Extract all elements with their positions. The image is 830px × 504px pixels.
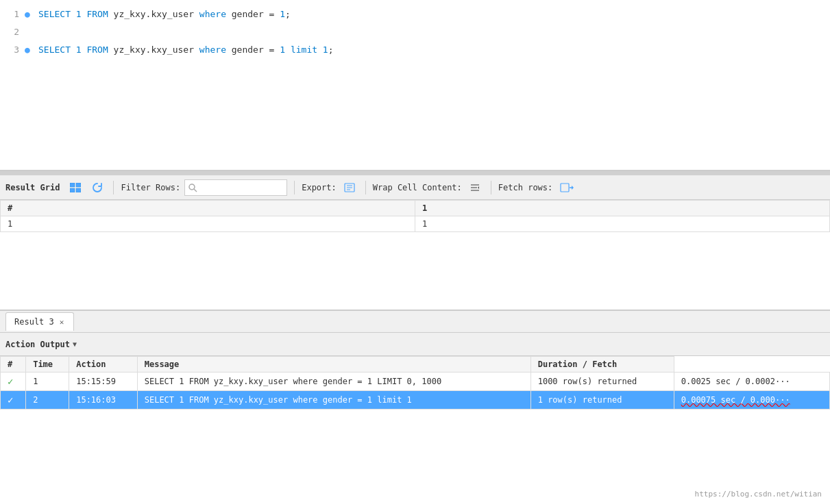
col-header-1: 1 [415,201,830,216]
table-row[interactable]: 11 [1,216,830,232]
result-grid-toolbar: Result Grid Filter Rows: Export: [0,175,830,200]
status-cell: ✓ [1,391,26,410]
sql-editor[interactable]: 1●SELECT 1 FROM yz_kxy.kxy_user where ge… [0,0,830,171]
bottom-section: Result 3 ✕ Action Output ▼ #TimeActionMe… [0,310,830,504]
action-row-time: 15:16:03 [69,391,138,410]
tabs-bar: Result 3 ✕ [0,310,830,333]
sql-line: 2 [0,23,830,41]
sql-code: SELECT 1 FROM yz_kxy.kxy_user where gend… [38,7,825,22]
svg-rect-13 [561,184,569,192]
filter-rows-input[interactable] [184,179,287,196]
status-cell: ✓ [1,373,26,391]
result-grid-icon-btn[interactable] [66,181,84,194]
action-col-header: # [1,357,26,373]
toolbar-sep-2 [294,181,295,194]
action-output-label: Action Output [5,340,70,349]
svg-rect-3 [76,188,81,192]
sql-line: 1●SELECT 1 FROM yz_kxy.kxy_user where ge… [0,5,830,23]
status-icon: ✓ [8,394,13,405]
action-row-action: SELECT 1 FROM yz_kxy.kxy_user where gend… [137,373,530,391]
col-header-hash: # [1,201,415,216]
result-table: # 1 11 [0,200,830,232]
action-row-num: 2 [26,391,69,410]
action-table-row[interactable]: ✓215:16:03SELECT 1 FROM yz_kxy.kxy_user … [1,391,830,410]
action-col-header: Action [69,357,138,373]
action-col-header: Time [26,357,69,373]
wrap-label: Wrap Cell Content: [373,183,462,192]
fetch-rows-label: Fetch rows: [498,183,552,192]
svg-rect-2 [70,188,75,192]
action-row-duration: 0.0025 sec / 0.0002··· [674,373,829,391]
table-cell: 1 [1,216,415,232]
table-cell: 1 [415,216,830,232]
action-table: #TimeActionMessageDuration / Fetch ✓115:… [0,356,830,410]
tab-result3[interactable]: Result 3 ✕ [5,312,74,331]
action-col-header: Duration / Fetch [530,357,674,373]
result-refresh-btn[interactable] [88,180,106,195]
action-table-container[interactable]: #TimeActionMessageDuration / Fetch ✓115:… [0,356,830,504]
action-row-message: 1 row(s) returned [530,391,674,410]
action-row-action: SELECT 1 FROM yz_kxy.kxy_user where gend… [137,391,530,410]
action-row-time: 15:15:59 [69,373,138,391]
export-btn[interactable] [341,181,358,194]
line-dot: ● [25,7,33,22]
filter-rows-label: Filter Rows: [121,183,180,192]
toolbar-sep-4 [491,181,491,194]
svg-rect-1 [76,183,81,187]
action-row-duration: 0.00075 sec / 0.000··· [674,391,829,410]
toolbar-sep-3 [365,181,366,194]
toolbar-sep-1 [113,181,114,194]
sql-code: SELECT 1 FROM yz_kxy.kxy_user where gend… [38,42,825,58]
line-dot: ● [25,42,33,58]
tab-result3-close[interactable]: ✕ [58,318,66,327]
svg-rect-0 [70,183,75,187]
tab-result3-label: Result 3 [14,317,54,327]
action-output-dropdown[interactable]: ▼ [73,340,77,348]
action-table-row[interactable]: ✓115:15:59SELECT 1 FROM yz_kxy.kxy_user … [1,373,830,391]
duration-underlined: 0.00075 sec / 0.000··· [681,395,790,405]
status-icon: ✓ [8,376,13,387]
result-grid-label: Result Grid [5,183,60,192]
wrap-btn[interactable] [466,181,484,194]
action-col-header: Message [137,357,530,373]
watermark: https://blog.csdn.net/witian [695,490,822,499]
line-number: 2 [5,25,19,40]
result-grid-area[interactable]: # 1 11 [0,200,830,310]
fetch-btn[interactable] [557,181,577,194]
action-row-message: 1000 row(s) returned [530,373,674,391]
line-number: 1 [5,7,19,22]
action-output-bar: Action Output ▼ [0,333,830,356]
export-label: Export: [302,183,337,192]
action-row-num: 1 [26,373,69,391]
line-number: 3 [5,42,19,58]
sql-line: 3●SELECT 1 FROM yz_kxy.kxy_user where ge… [0,41,830,59]
